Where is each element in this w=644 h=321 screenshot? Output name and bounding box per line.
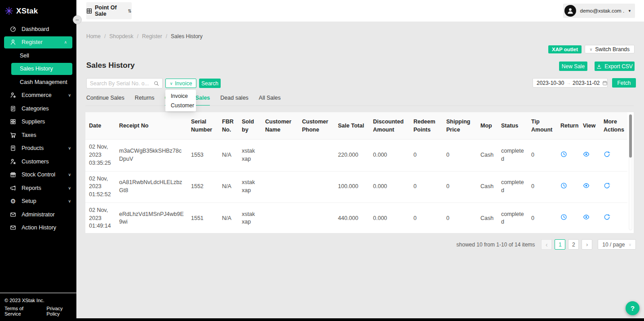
cell-serial-number: 1553 (187, 140, 218, 171)
col-customer-name: Customer Name (262, 112, 298, 140)
sidebar-item-reports[interactable]: Reports ∨ (0, 181, 76, 195)
cell-discounted-amount: 0.000 (369, 140, 410, 171)
cell-date: 02 Nov, 2023 01:52:52 (85, 171, 115, 202)
administrator-icon (10, 211, 16, 218)
fetch-button[interactable]: Fetch (612, 78, 636, 88)
pagination: showed 10 from 1-10 of 14 items ‹ 1 2 › … (457, 239, 636, 250)
filter-type-dropdown-button[interactable]: ∨ Invoice (165, 79, 196, 88)
export-csv-label: Export CSV (604, 63, 633, 70)
date-to-input[interactable] (573, 80, 600, 86)
cell-sold-by: xstak xap (238, 140, 262, 171)
sidebar-item-suppliers[interactable]: Suppliers (0, 115, 76, 129)
calendar-icon (602, 80, 608, 86)
sidebar-item-label: Action History (22, 224, 56, 231)
pagination-page-1[interactable]: 1 (555, 239, 565, 250)
pagination-page-2[interactable]: 2 (568, 239, 579, 250)
sidebar-item-administrator[interactable]: Administrator (0, 208, 76, 221)
help-button[interactable]: ? (626, 301, 640, 315)
col-discounted-amount: Discounted Amount (369, 112, 410, 140)
tab-returns[interactable]: Returns (135, 95, 155, 106)
search-icon (154, 81, 159, 86)
cell-discounted-amount: 0.000 (369, 202, 410, 233)
cell-fbr-no: N/A (218, 202, 238, 233)
dropdown-option-invoice[interactable]: Invoice (165, 91, 196, 101)
dashboard-icon (10, 26, 16, 32)
breadcrumb-home[interactable]: Home (86, 33, 101, 40)
sidebar-item-label: Customers (22, 158, 49, 165)
cell-sold-by: xstak xap (238, 202, 262, 233)
scrollbar-thumb[interactable] (629, 114, 632, 158)
cell-sale-total: 100.000 (334, 171, 369, 202)
sidebar-item-sales-history[interactable]: Sales History (11, 63, 72, 75)
avatar (564, 5, 576, 17)
search-button[interactable]: Search (199, 79, 221, 88)
sidebar-item-categories[interactable]: Categories (0, 102, 76, 115)
cell-receipt-no: m3aCWgB35kkSHBz78cDpuV (115, 140, 187, 171)
sidebar-item-cash-management[interactable]: Cash Management (0, 75, 76, 89)
return-icon[interactable] (560, 182, 567, 189)
sidebar-item-action-history[interactable]: Action History (0, 221, 76, 235)
dropdown-option-customer[interactable]: Customer (165, 101, 196, 110)
view-icon[interactable] (583, 182, 590, 189)
sidebar-item-sell[interactable]: Sell (0, 49, 76, 62)
sidebar-item-products[interactable]: Products ∨ (0, 142, 76, 155)
chevron-down-icon: ∨ (68, 93, 71, 97)
gear-icon: ⚙ (10, 198, 16, 204)
tab-all-sales[interactable]: All Sales (259, 95, 281, 106)
pagination-prev-button[interactable]: ‹ (541, 239, 552, 250)
cell-serial-number: 1551 (187, 202, 218, 233)
table-vertical-scrollbar[interactable] (629, 114, 632, 230)
sidebar-item-stock-control[interactable]: Stock Control ∨ (0, 168, 76, 182)
col-status: Status (497, 112, 528, 140)
pagination-next-button[interactable]: › (582, 239, 592, 250)
chevron-down-icon: ∨ (170, 81, 173, 86)
sidebar-item-label: Reports (22, 185, 41, 191)
sidebar-item-dashboard[interactable]: Dashboard (0, 22, 76, 36)
cell-shipping-price: 0 (443, 140, 477, 171)
sidebar-item-customers[interactable]: Customers (0, 155, 76, 168)
export-csv-button[interactable]: Export CSV (595, 62, 635, 71)
view-icon[interactable] (583, 214, 590, 220)
sort-arrows-icon: ⇅ (128, 9, 132, 13)
cell-tip-amount: 0 (528, 140, 557, 171)
new-sale-button[interactable]: New Sale (559, 62, 587, 71)
page-size-select[interactable]: 10 / page ∨ (598, 239, 636, 250)
sidebar-item-label: Products (22, 145, 44, 151)
terms-of-service-link[interactable]: Terms of Service (4, 306, 40, 317)
sidebar-item-setup[interactable]: ⚙ Setup ∨ (0, 195, 76, 208)
sidebar-collapse-toggle[interactable]: ‹› (73, 15, 82, 24)
sync-icon[interactable] (604, 182, 610, 189)
cell-fbr-no: N/A (218, 171, 238, 202)
breadcrumb: Home / Shopdesk / Register / Sales Histo… (86, 33, 203, 40)
page-size-label: 10 / page (602, 242, 625, 248)
sync-icon[interactable] (604, 214, 610, 220)
filter-type-dropdown-menu: Invoice Customer (165, 90, 196, 111)
view-icon[interactable] (583, 151, 590, 158)
tab-continue-sales[interactable]: Continue Sales (86, 95, 124, 106)
download-icon (596, 64, 602, 69)
col-date: Date (85, 112, 115, 140)
col-return: Return (557, 112, 579, 140)
sync-icon[interactable] (604, 151, 610, 158)
tab-dead-sales[interactable]: Dead sales (220, 95, 249, 106)
return-icon[interactable] (560, 151, 567, 158)
search-input[interactable] (90, 80, 154, 87)
cell-customer-name (262, 202, 298, 233)
return-icon[interactable] (560, 214, 567, 220)
app-selector[interactable]: Point Of Sale ⇅ (86, 2, 132, 19)
cell-shipping-price: 0 (443, 202, 477, 233)
app-root: ✳ XStak Dashboard Register ∧ Sell (0, 0, 644, 321)
customers-icon (10, 158, 16, 165)
privacy-policy-link[interactable]: Privacy Policy (47, 306, 76, 317)
action-history-icon (10, 224, 16, 231)
switch-brands-button[interactable]: ∨ Switch Brands (585, 45, 635, 53)
sidebar-item-taxes[interactable]: Taxes (0, 128, 76, 142)
breadcrumb-shopdesk[interactable]: Shopdesk (109, 33, 133, 40)
sidebar-item-register[interactable]: Register ∧ (4, 36, 72, 49)
breadcrumb-register[interactable]: Register (142, 33, 162, 40)
sidebar-item-label: Setup (22, 198, 36, 204)
cell-receipt-no: eRdLhzVd1MSnPJ4wb9E9wi (115, 202, 187, 233)
sidebar-item-ecommerce[interactable]: Ecommerce ∨ (0, 89, 76, 102)
user-menu[interactable]: demo@xstak.com . ▼ (563, 4, 635, 18)
date-from-input[interactable] (537, 80, 564, 86)
